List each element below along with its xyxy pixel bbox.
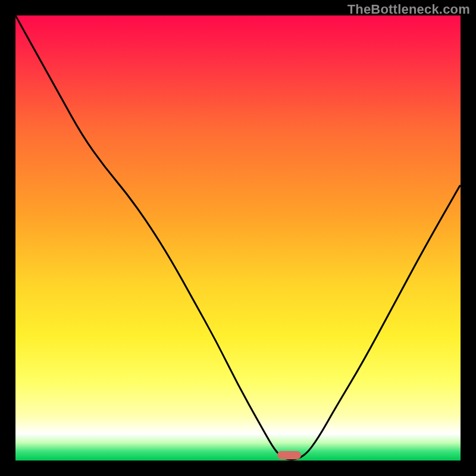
watermark-text: TheBottleneck.com: [347, 2, 470, 17]
bottleneck-curve: [15, 15, 461, 461]
optimal-marker: [277, 451, 301, 459]
curve-path: [15, 15, 461, 459]
chart-frame: TheBottleneck.com: [0, 0, 476, 476]
plot-area: [15, 15, 461, 461]
